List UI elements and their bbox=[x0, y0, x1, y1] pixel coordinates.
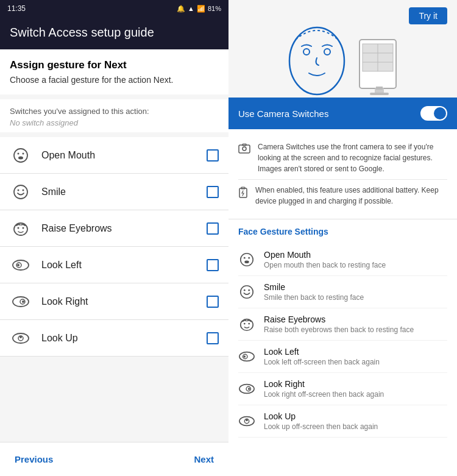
right-panel: Try it bbox=[228, 0, 457, 476]
face-gesture-title: Face Gesture Settings bbox=[238, 227, 447, 236]
gesture-checkbox-open-mouth[interactable] bbox=[207, 149, 219, 162]
right-gesture-name-look-right: Look Right bbox=[264, 379, 447, 389]
battery-icon bbox=[238, 186, 248, 201]
svg-point-20 bbox=[303, 49, 310, 55]
wifi-icon: ▲ bbox=[188, 5, 194, 12]
app-header: Switch Access setup guide bbox=[0, 17, 228, 49]
right-gesture-text-look-right: Look Right Look right off-screen then ba… bbox=[264, 379, 447, 399]
right-gesture-look-right[interactable]: Look Right Look right off-screen then ba… bbox=[238, 373, 447, 405]
status-bar: 11:35 🔔 ▲ 📶 81% bbox=[0, 0, 228, 17]
svg-point-1 bbox=[18, 152, 19, 154]
right-gesture-desc-look-left: Look left off-screen then back again bbox=[264, 358, 447, 366]
camera-info-item: Camera Switches use the front camera to … bbox=[238, 137, 447, 179]
svg-point-48 bbox=[239, 385, 254, 394]
gesture-item-smile[interactable]: Smile bbox=[0, 174, 228, 210]
svg-point-4 bbox=[14, 185, 27, 199]
left-panel: 11:35 🔔 ▲ 📶 81% Switch Access setup guid… bbox=[0, 0, 228, 476]
right-gesture-text-look-left: Look Left Look left off-screen then back… bbox=[264, 347, 447, 366]
info-section: Camera Switches use the front camera to … bbox=[228, 129, 457, 219]
svg-point-53 bbox=[246, 419, 248, 421]
svg-rect-29 bbox=[376, 87, 383, 90]
svg-point-15 bbox=[22, 300, 24, 303]
gesture-checkbox-smile[interactable] bbox=[207, 186, 219, 198]
right-gesture-raise-eyebrows[interactable]: Raise Eyebrows Raise both eyebrows then … bbox=[238, 308, 447, 341]
gesture-item-look-right[interactable]: Look Right bbox=[0, 283, 228, 320]
svg-point-18 bbox=[19, 336, 22, 338]
right-gesture-look-left[interactable]: Look Left Look left off-screen then back… bbox=[238, 341, 447, 373]
right-gesture-name-raise-eyebrows: Raise Eyebrows bbox=[264, 314, 447, 324]
right-gesture-smile[interactable]: Smile Smile then back to resting face bbox=[238, 276, 447, 308]
svg-point-40 bbox=[244, 290, 246, 291]
gesture-checkbox-look-right[interactable] bbox=[207, 296, 219, 308]
right-gesture-desc-open-mouth: Open mouth then back to resting face bbox=[264, 261, 447, 269]
right-raise-eyebrows-icon bbox=[238, 316, 255, 333]
right-gesture-look-up[interactable]: Look Up Look up off-screen then back aga… bbox=[238, 405, 447, 438]
app-title: Switch Access setup guide bbox=[10, 26, 219, 40]
gesture-name-smile: Smile bbox=[41, 186, 207, 197]
gesture-checkbox-look-left[interactable] bbox=[207, 259, 219, 271]
try-it-button[interactable]: Try it bbox=[409, 7, 447, 24]
assign-title: Assign gesture for Next bbox=[10, 59, 219, 71]
battery-info-item: When enabled, this feature uses addition… bbox=[238, 179, 447, 211]
right-gesture-text-smile: Smile Smile then back to resting face bbox=[264, 282, 447, 302]
assign-section: Assign gesture for Next Choose a facial … bbox=[0, 49, 228, 94]
right-look-left-icon bbox=[238, 348, 255, 365]
right-gesture-name-look-up: Look Up bbox=[264, 411, 447, 421]
right-look-up-icon bbox=[238, 413, 255, 430]
camera-icon bbox=[238, 143, 250, 157]
raise-eyebrows-icon bbox=[10, 218, 32, 240]
look-up-icon bbox=[10, 327, 32, 349]
next-button[interactable]: Next bbox=[194, 454, 214, 464]
svg-point-42 bbox=[241, 319, 253, 331]
svg-point-10 bbox=[13, 260, 29, 270]
svg-rect-28 bbox=[370, 93, 389, 95]
right-gesture-name-look-left: Look Left bbox=[264, 347, 447, 357]
gesture-item-raise-eyebrows[interactable]: Raise Eyebrows bbox=[0, 210, 228, 247]
signal-icon: 📶 bbox=[197, 5, 205, 13]
svg-point-3 bbox=[18, 156, 23, 159]
right-gesture-name-smile: Smile bbox=[264, 282, 447, 292]
status-time: 11:35 bbox=[7, 4, 26, 13]
svg-point-5 bbox=[18, 189, 19, 191]
gesture-name-look-right: Look Right bbox=[41, 296, 207, 307]
right-gesture-text-look-up: Look Up Look up off-screen then back aga… bbox=[264, 411, 447, 431]
svg-point-50 bbox=[248, 388, 250, 390]
svg-point-41 bbox=[248, 290, 250, 291]
camera-switch-label: Use Camera Switches bbox=[238, 108, 328, 119]
notification-icon: 🔔 bbox=[177, 5, 185, 13]
svg-point-45 bbox=[239, 352, 254, 361]
svg-point-38 bbox=[244, 260, 249, 263]
svg-point-43 bbox=[244, 323, 246, 325]
gesture-name-raise-eyebrows: Raise Eyebrows bbox=[41, 223, 207, 234]
face-illustration bbox=[283, 18, 402, 98]
svg-point-8 bbox=[18, 227, 19, 229]
assign-subtitle: Choose a facial gesture for the action N… bbox=[10, 75, 219, 85]
gesture-item-look-up[interactable]: Look Up bbox=[0, 320, 228, 357]
smile-icon bbox=[10, 181, 32, 203]
bottom-nav: Previous Next bbox=[0, 442, 228, 476]
look-left-icon bbox=[10, 254, 32, 276]
svg-point-47 bbox=[243, 355, 246, 358]
camera-switch-bar: Use Camera Switches bbox=[228, 98, 457, 129]
svg-point-12 bbox=[17, 264, 19, 266]
right-open-mouth-icon bbox=[238, 251, 255, 268]
right-gesture-desc-smile: Smile then back to resting face bbox=[264, 293, 447, 302]
gesture-checkbox-raise-eyebrows[interactable] bbox=[207, 222, 219, 235]
status-icons: 🔔 ▲ 📶 81% bbox=[177, 5, 221, 13]
svg-point-39 bbox=[241, 286, 253, 298]
svg-point-37 bbox=[248, 257, 250, 259]
right-gesture-desc-raise-eyebrows: Raise both eyebrows then back to resting… bbox=[264, 325, 447, 334]
camera-illustration: Try it bbox=[228, 0, 457, 98]
svg-point-21 bbox=[324, 49, 330, 55]
gesture-item-open-mouth[interactable]: Open Mouth bbox=[0, 137, 228, 174]
camera-info-text: Camera Switches use the front camera to … bbox=[258, 141, 447, 174]
right-gesture-desc-look-right: Look right off-screen then back again bbox=[264, 390, 447, 399]
right-gesture-desc-look-up: Look up off-screen then back again bbox=[264, 422, 447, 431]
right-gesture-open-mouth[interactable]: Open Mouth Open mouth then back to resti… bbox=[238, 244, 447, 276]
look-right-icon bbox=[10, 291, 32, 313]
gesture-item-look-left[interactable]: Look Left bbox=[0, 247, 228, 283]
previous-button[interactable]: Previous bbox=[15, 454, 53, 464]
gesture-checkbox-look-up[interactable] bbox=[207, 332, 219, 344]
right-smile-icon bbox=[238, 283, 255, 300]
camera-switch-toggle[interactable] bbox=[420, 106, 447, 121]
